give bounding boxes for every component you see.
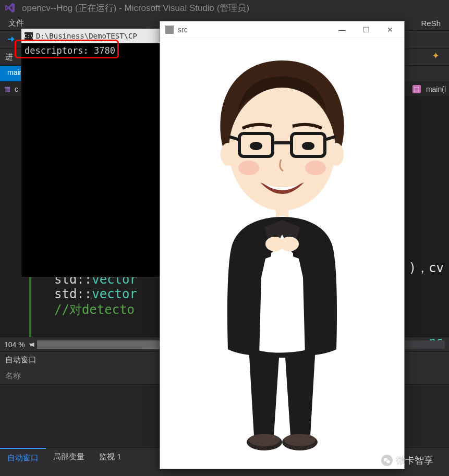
zoom-level[interactable]: 104 % [4,340,25,349]
image-window[interactable]: src — ☐ ✕ [160,21,405,469]
console-titlebar[interactable]: C:\ D:\Business\DemoTEST\CP [21,29,161,43]
breadcrumb-main[interactable]: main(i [426,85,446,93]
cartoon-figure [199,50,366,457]
image-titlebar[interactable]: src — ☐ ✕ [160,21,404,38]
console-window[interactable]: C:\ D:\Business\DemoTEST\CP descriptors:… [21,28,162,277]
function-badge-icon: ⬚ [412,85,421,93]
code-comment: //对detecto [54,302,135,317]
svg-point-17 [249,434,280,446]
console-path: D:\Business\DemoTEST\CP [36,32,137,40]
breadcrumb-c[interactable]: c [15,85,18,93]
console-output: descriptors: 3780 [21,43,161,58]
vs-titlebar: opencv--Hog (正在运行) - Microsoft Visual St… [0,0,449,16]
tab-watch[interactable]: 监视 1 [92,448,129,467]
svg-point-2 [329,143,344,166]
close-button[interactable]: ✕ [378,22,402,38]
code-fragment-cv: )，cv [409,260,444,276]
maximize-button[interactable]: ☐ [354,22,378,38]
tab-autos[interactable]: 自动窗口 [0,448,46,467]
svg-point-10 [250,142,262,150]
vs-title-text: opencv--Hog (正在运行) - Microsoft Visual St… [22,2,249,14]
menu-resharper[interactable]: ReSh [417,17,445,30]
svg-point-18 [284,434,315,446]
svg-point-4 [305,161,326,175]
wechat-icon [381,455,393,466]
code-type-vector2: vector [92,287,137,301]
tab-locals[interactable]: 局部变量 [46,448,92,467]
watermark: 微卡智享 [381,454,433,467]
image-window-title: src [178,26,188,34]
vs-logo-icon [4,2,16,14]
image-body [160,38,404,469]
watermark-text: 微卡智享 [396,454,433,467]
cmd-icon: C:\ [25,32,33,40]
minimize-button[interactable]: — [330,22,354,38]
opencv-app-icon [165,26,174,34]
continue-arrow-icon[interactable] [4,33,18,46]
svg-point-1 [221,143,235,166]
star-icon[interactable]: ✦ [432,50,440,62]
macro-icon: ▦ [3,85,11,93]
scroll-left-icon[interactable]: ◀ [28,340,36,349]
svg-point-11 [302,142,314,150]
svg-point-14 [280,237,299,251]
svg-point-3 [238,161,259,175]
code-ns-std2: std:: [54,287,92,301]
